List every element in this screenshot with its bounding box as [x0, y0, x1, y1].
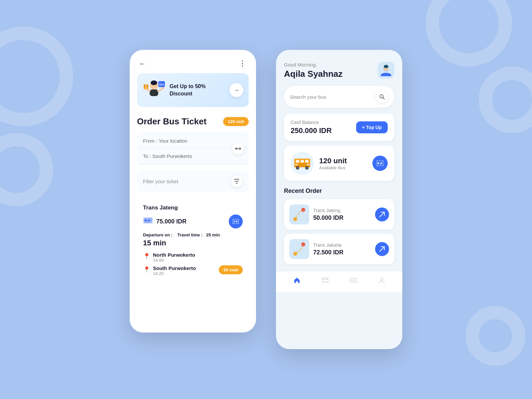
bottom-navigation — [276, 271, 402, 292]
stop-south-row: 📍 South Purwokerto 14.25 30 seat — [143, 265, 243, 279]
home-svg — [293, 277, 301, 284]
svg-point-14 — [145, 219, 147, 221]
ticket-nav-svg — [350, 277, 357, 284]
bg-decoration-3 — [426, 0, 512, 66]
stop-north-time: 14.00 — [153, 258, 195, 263]
stop-south-info: South Purwokerto 14.25 — [153, 265, 196, 276]
greeting-block: Good Morning, Aqila Syahnaz — [284, 62, 342, 79]
nav-bus[interactable] — [322, 277, 329, 287]
order-title-row: Order Bus Ticket 120 unit — [130, 114, 256, 132]
svg-point-32 — [297, 167, 299, 169]
nav-ticket[interactable] — [350, 277, 357, 287]
ticket-svg — [143, 217, 153, 224]
stop-dot-red: 📍 — [143, 266, 150, 273]
home-icon — [293, 277, 301, 286]
search-bar[interactable]: Search your bus — [284, 86, 394, 108]
nav-home[interactable] — [293, 277, 301, 287]
topup-button[interactable]: + Top Up — [356, 121, 388, 133]
svg-point-23 — [384, 65, 388, 68]
bus-ticket-button[interactable] — [372, 156, 388, 171]
svg-rect-47 — [322, 278, 328, 282]
greeting-text: Good Morning, — [284, 62, 342, 67]
stop-north: 📍 North Purwokerto 14.00 — [143, 252, 243, 263]
seat-badge: 30 seat — [219, 265, 243, 274]
swap-locations-button[interactable] — [232, 143, 244, 155]
order-info-2: Trans Jakarta 72.500 IDR — [313, 242, 371, 256]
promo-text: Get Up to 50% Discount — [170, 83, 225, 98]
ticket-circle-icon — [377, 161, 383, 166]
svg-rect-39 — [380, 163, 382, 163]
order-map-thumb-1 — [289, 204, 309, 224]
svg-rect-16 — [147, 221, 150, 221]
promo-description: Get Up to 50% Discount — [170, 83, 225, 98]
promo-character: 50% — [142, 78, 166, 102]
search-button[interactable] — [376, 90, 388, 103]
phone-home: Good Morning, Aqila Syahnaz Search your … — [276, 50, 402, 349]
profile-nav-svg — [378, 277, 385, 284]
ticket-icon — [143, 217, 153, 226]
svg-point-46 — [301, 242, 305, 246]
bus-available-label: Available Bus — [319, 165, 372, 170]
promo-arrow-button[interactable]: → — [229, 83, 243, 97]
phones-container: ← ⋮ — [130, 50, 402, 349]
bg-decoration-4 — [479, 66, 532, 133]
svg-rect-15 — [147, 220, 151, 220]
bus-icon-svg — [294, 157, 311, 170]
bg-decoration-1 — [0, 27, 73, 126]
ticket-price: 75.000 IDR — [156, 218, 187, 225]
svg-rect-19 — [236, 221, 238, 221]
svg-rect-29 — [305, 160, 309, 163]
bus-nav-svg — [322, 277, 329, 284]
svg-point-53 — [351, 280, 352, 281]
svg-rect-49 — [326, 279, 328, 280]
to-input[interactable]: To : South Purwokerto — [137, 149, 249, 164]
route-map-svg-2 — [289, 239, 309, 259]
journey-duration: 15 min — [143, 239, 243, 247]
from-input[interactable]: From : Your location — [137, 133, 249, 149]
bus-icon-container — [291, 152, 314, 175]
filter-button[interactable] — [231, 175, 243, 187]
profile-icon — [378, 277, 385, 286]
nav-profile[interactable] — [378, 277, 385, 287]
back-button[interactable]: ← — [139, 60, 146, 67]
svg-rect-2 — [150, 89, 158, 96]
phone1-header: ← ⋮ — [130, 50, 256, 73]
svg-rect-36 — [307, 164, 310, 165]
order-card-2: Trans Jakarta 72.500 IDR — [284, 234, 394, 264]
home-header: Good Morning, Aqila Syahnaz — [284, 62, 394, 79]
stop-north-name: North Purwokerto — [153, 252, 195, 258]
svg-text:50%: 50% — [159, 83, 164, 86]
filter-label: Filter your ticket — [143, 179, 178, 184]
avatar[interactable] — [378, 62, 394, 78]
order-map-thumb-2 — [289, 239, 309, 259]
svg-point-56 — [380, 278, 383, 281]
avatar-image — [379, 64, 393, 77]
svg-rect-48 — [323, 279, 325, 280]
ticket-nav-icon — [350, 277, 357, 286]
navigate-icon-1 — [379, 211, 385, 217]
bus-stats: 120 unit Available Bus — [314, 157, 372, 170]
buy-ticket-button[interactable] — [229, 214, 243, 228]
navigate-button-2[interactable] — [375, 242, 389, 256]
svg-point-50 — [323, 282, 324, 283]
svg-point-38 — [378, 163, 379, 164]
balance-amount: 250.000 IDR — [291, 126, 332, 135]
departure-info: Departure on : Travel time : 25 min — [143, 232, 243, 237]
order-company-2: Trans Jakarta — [313, 242, 371, 248]
svg-point-1 — [151, 80, 157, 85]
more-options-button[interactable]: ⋮ — [239, 59, 247, 68]
recent-order-title: Recent Order — [284, 188, 394, 195]
navigate-button-1[interactable] — [375, 207, 389, 221]
bg-decoration-5 — [466, 306, 525, 366]
balance-card: Card Balance 250.000 IDR + Top Up — [284, 114, 394, 141]
svg-line-25 — [383, 98, 385, 99]
bus-result-card: Trans Jateng 75.000 IDR — [137, 199, 249, 285]
order-price-1: 50.000 IDR — [313, 214, 371, 221]
order-card-1: Trans Jateng 50.000 IDR — [284, 199, 394, 230]
arrow-icon: → — [233, 87, 239, 94]
price-row: 75.000 IDR — [143, 214, 243, 228]
bus-company-name: Trans Jateng — [143, 204, 243, 211]
unit-badge: 120 unit — [223, 117, 249, 126]
stop-dot-blue: 📍 — [143, 253, 150, 260]
svg-point-51 — [326, 282, 328, 283]
